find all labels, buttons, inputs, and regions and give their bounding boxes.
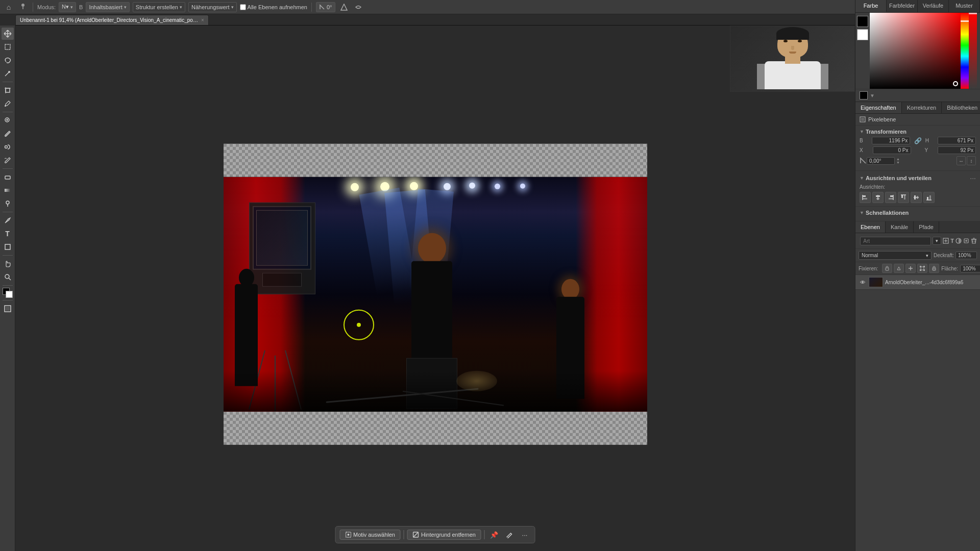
- text-layer-btn[interactable]: T: [950, 235, 954, 246]
- struktur-btn[interactable]: Struktur erstellen: [133, 2, 185, 12]
- move-tool[interactable]: [2, 28, 14, 40]
- layers-search-input[interactable]: [860, 237, 931, 245]
- angle-input[interactable]: 0°: [316, 2, 335, 12]
- transform-header[interactable]: ▼ Transformieren: [860, 129, 976, 135]
- magic-wand-tool[interactable]: [2, 67, 14, 80]
- lock-position-btn[interactable]: [905, 264, 916, 273]
- align-top-btn[interactable]: [898, 192, 909, 203]
- korrekturen-tab[interactable]: Korrekturen: [902, 102, 942, 113]
- link-icon[interactable]: 🔗: [914, 137, 922, 144]
- brush-tool-icon[interactable]: [17, 2, 29, 13]
- color-tab-farbe[interactable]: Farbe: [855, 0, 887, 12]
- width-input[interactable]: [872, 137, 910, 144]
- bibliotheken-tab[interactable]: Bibliotheken: [942, 102, 980, 113]
- naehrungs-btn[interactable]: Näherungswert: [188, 2, 237, 12]
- white-swatch[interactable]: [857, 29, 868, 40]
- zoom-tool[interactable]: [2, 271, 14, 283]
- color-preview[interactable]: [3, 288, 13, 298]
- dodge-tool[interactable]: [2, 197, 14, 210]
- rectangular-select-tool[interactable]: [2, 41, 14, 53]
- tool-sep-7: [3, 300, 13, 300]
- delete-layer-btn[interactable]: [971, 235, 977, 246]
- screen-mode-icon[interactable]: [2, 303, 14, 315]
- hand-tool[interactable]: [2, 258, 14, 270]
- flip-h-btn[interactable]: ↔: [957, 156, 966, 165]
- mode-dropdown[interactable]: N▾: [59, 2, 76, 12]
- pin-icon[interactable]: 📌: [488, 529, 500, 541]
- hintergrund-entfernen-btn[interactable]: Hintergrund entfernen: [407, 530, 481, 540]
- align-hcenter-btn[interactable]: [872, 192, 884, 203]
- motiv-auswaehlen-btn[interactable]: Motiv auswählen: [339, 530, 401, 540]
- lock-transparent-btn[interactable]: [882, 264, 892, 273]
- new-layer-btn[interactable]: [963, 235, 969, 246]
- blend-mode-dropdown[interactable]: Normal ▾: [859, 251, 932, 260]
- opacity-input[interactable]: [955, 252, 977, 259]
- align-left-btn[interactable]: [860, 192, 871, 203]
- lasso-tool[interactable]: [2, 54, 14, 66]
- adjustment-layer-btn[interactable]: [955, 235, 962, 246]
- lock-pixels-btn[interactable]: [894, 264, 904, 273]
- webcam-person: [757, 28, 828, 89]
- lock-all-btn[interactable]: [929, 264, 939, 273]
- shape-tool[interactable]: [2, 241, 14, 253]
- document-tab[interactable]: Unbenannt-1 bei 91,4% (ArnoldOberleiter_…: [15, 15, 209, 25]
- spot-heal-tool[interactable]: [2, 114, 14, 127]
- layer-visibility-0[interactable]: [859, 278, 867, 286]
- height-input[interactable]: [938, 137, 976, 144]
- align-right-btn[interactable]: [885, 192, 896, 203]
- type-tool[interactable]: T: [2, 228, 14, 240]
- color-tab-verlaeufe[interactable]: Verläufe: [918, 0, 949, 12]
- new-group-btn[interactable]: [943, 235, 949, 246]
- align-bottom-btn[interactable]: [923, 192, 935, 203]
- kanaele-tab[interactable]: Kanäle: [886, 221, 914, 233]
- brush-tool[interactable]: [2, 128, 14, 140]
- color-picker-cursor[interactable]: [953, 81, 958, 86]
- art-dropdown[interactable]: Inhaltsbasiert: [86, 2, 129, 12]
- align-more-icon[interactable]: ···: [970, 174, 976, 182]
- current-color-display[interactable]: [860, 91, 868, 99]
- color-gradient-picker[interactable]: [870, 13, 961, 89]
- align-header[interactable]: ▼ Ausrichten und verteilen ···: [860, 174, 976, 182]
- color-tab-muster[interactable]: Muster: [949, 0, 980, 12]
- history-brush-tool[interactable]: [2, 154, 14, 166]
- alle-ebenen-group[interactable]: Alle Ebenen aufnehmen: [240, 4, 307, 10]
- svg-rect-5: [6, 88, 10, 92]
- layer-thumb-0: [869, 277, 883, 287]
- black-swatch[interactable]: [857, 16, 868, 27]
- eigenschaften-tab[interactable]: Eigenschaften: [855, 102, 902, 113]
- brush-bottom-icon[interactable]: [503, 529, 516, 541]
- layers-filter-dropdown[interactable]: ▾: [933, 237, 941, 245]
- ebenen-tab[interactable]: Ebenen: [855, 221, 886, 233]
- background-color[interactable]: [6, 291, 13, 298]
- color-hue-bar[interactable]: [961, 13, 969, 89]
- eraser-tool[interactable]: [2, 171, 14, 183]
- flip-v-btn[interactable]: ↕: [967, 156, 976, 165]
- flow-icon[interactable]: [353, 2, 364, 13]
- eyedropper-tool[interactable]: [2, 97, 14, 110]
- alle-ebenen-checkbox[interactable]: [240, 4, 246, 10]
- color-alpha-bar[interactable]: [969, 13, 977, 89]
- align-vcenter-btn[interactable]: [911, 192, 922, 203]
- art-label: B: [79, 4, 83, 10]
- crop-tool[interactable]: [2, 84, 14, 96]
- svg-point-8: [5, 105, 6, 107]
- x-input[interactable]: [873, 146, 911, 154]
- tab-close-icon[interactable]: ×: [201, 17, 204, 23]
- clone-stamp-tool[interactable]: [2, 141, 14, 153]
- color-tab-farbfelder[interactable]: Farbfelder: [887, 0, 918, 12]
- fill-input[interactable]: [960, 265, 980, 272]
- tool-sep-6: [3, 285, 13, 286]
- layer-item-0[interactable]: ArnoldOberleiter_...-4d3dc6f899a6: [855, 275, 980, 290]
- pressure-icon[interactable]: [338, 2, 350, 13]
- pfade-tab[interactable]: Pfade: [914, 221, 939, 233]
- quick-actions-header[interactable]: ▼ Schnellaktionen: [860, 210, 976, 216]
- more-icon[interactable]: ···: [519, 529, 531, 541]
- webcam-mouth: [789, 52, 796, 54]
- angle-steppers[interactable]: ▲ ▼: [896, 157, 900, 164]
- lock-artboard-btn[interactable]: [917, 264, 927, 273]
- angle-field[interactable]: [867, 157, 895, 165]
- home-icon[interactable]: ⌂: [3, 2, 14, 13]
- pen-tool[interactable]: [2, 214, 14, 227]
- gradient-tool[interactable]: [2, 184, 14, 196]
- y-input[interactable]: [938, 146, 976, 154]
